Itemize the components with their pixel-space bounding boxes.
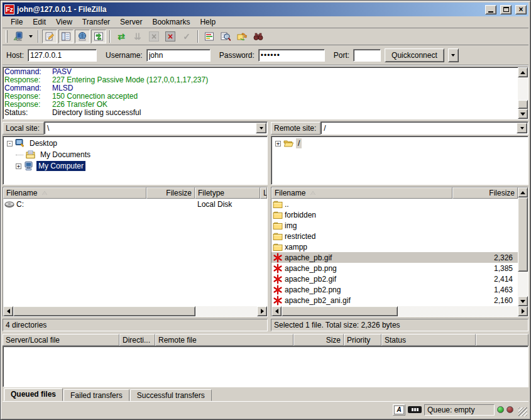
remote-file-row[interactable]: apache_pb2.png1,463	[271, 284, 518, 295]
maximize-button[interactable]	[500, 5, 512, 14]
remote-vertical-scrollbar[interactable]	[518, 187, 528, 306]
scroll-up-button[interactable]	[518, 187, 528, 197]
menu-server[interactable]: Server	[115, 16, 147, 28]
arrow-up-icon	[520, 71, 525, 74]
scroll-left-button[interactable]	[3, 306, 13, 316]
file-name: img	[285, 221, 455, 230]
collapse-expander-icon[interactable]: -	[7, 141, 13, 146]
tree-item-my-documents[interactable]: My Documents	[3, 149, 267, 160]
menu-edit[interactable]: Edit	[28, 16, 51, 28]
tree-item-desktop[interactable]: - Desktop	[3, 138, 267, 149]
scrollbar-thumb[interactable]	[518, 197, 528, 272]
host-input[interactable]	[28, 49, 97, 62]
remote-horizontal-scrollbar[interactable]	[271, 306, 528, 316]
message-log-body: Command:PASV Response:227 Entering Passi…	[3, 67, 518, 119]
remote-file-row[interactable]: restricted	[271, 231, 518, 241]
remote-file-row[interactable]: ..	[271, 199, 518, 209]
data-type-indicator[interactable]: A	[393, 404, 405, 416]
remote-site-dropdown-button[interactable]	[517, 123, 527, 133]
scroll-right-button[interactable]	[518, 306, 528, 316]
cancel-operation-button[interactable]: ×	[146, 30, 161, 43]
expand-expander-icon[interactable]: +	[275, 141, 281, 146]
quickconnect-dropdown-button[interactable]	[448, 48, 459, 62]
tree-item-my-computer[interactable]: + My Computer	[3, 160, 267, 172]
menu-file[interactable]: File	[6, 16, 28, 28]
local-file-row[interactable]: C: Local Disk	[3, 199, 267, 209]
column-header-filename[interactable]: Filename	[271, 187, 452, 199]
filter-icon	[204, 31, 214, 41]
log-vertical-scrollbar[interactable]	[518, 67, 528, 119]
tab-failed-transfers[interactable]: Failed transfers	[63, 389, 129, 401]
column-header-last-modified[interactable]: L	[260, 187, 267, 199]
column-header-filesize[interactable]: Filesize	[452, 187, 518, 199]
scrollbar-thumb[interactable]	[282, 306, 398, 316]
menu-help[interactable]: Help	[195, 16, 221, 28]
scroll-down-button[interactable]	[518, 109, 528, 119]
column-header-filesize[interactable]: Filesize	[146, 187, 195, 199]
site-manager-icon	[13, 31, 23, 41]
host-label: Host:	[6, 51, 24, 60]
toggle-message-log-button[interactable]	[42, 30, 57, 43]
column-header-priority[interactable]: Priority	[344, 334, 381, 346]
directory-comparison-button[interactable]	[218, 30, 233, 43]
resize-grip[interactable]	[518, 407, 527, 416]
queue-list[interactable]	[3, 346, 528, 387]
refresh-button[interactable]: ⇄	[114, 30, 129, 43]
password-input[interactable]	[258, 49, 325, 62]
process-queue-button[interactable]: ⇊	[130, 30, 145, 43]
column-header-server-local-file[interactable]: Server/Local file	[3, 334, 119, 346]
port-input[interactable]	[353, 49, 381, 62]
menu-view[interactable]: View	[51, 16, 77, 28]
remote-file-row-selected[interactable]: apache_pb.gif2,326	[271, 252, 518, 263]
column-header-filename[interactable]: Filename	[3, 187, 146, 199]
synchronized-browsing-button[interactable]	[234, 30, 249, 43]
reconnect-button[interactable]: ✓	[179, 30, 194, 43]
scroll-left-button[interactable]	[271, 306, 282, 316]
toggle-remote-tree-button[interactable]	[75, 30, 90, 43]
tab-queued-files[interactable]: Queued files	[4, 388, 63, 401]
toolbar-gripper[interactable]	[6, 30, 8, 43]
find-files-button[interactable]	[251, 30, 266, 43]
column-header-direction[interactable]: Directi...	[119, 334, 155, 346]
toggle-transfer-queue-button[interactable]	[91, 30, 106, 43]
remote-site-combobox[interactable]: /	[320, 121, 528, 135]
column-header-status[interactable]: Status	[381, 334, 476, 346]
column-header-size[interactable]: Size	[293, 334, 344, 346]
scroll-down-button[interactable]	[518, 296, 528, 306]
local-site-dropdown-button[interactable]	[256, 123, 266, 133]
port-label: Port:	[334, 51, 349, 60]
arrow-down-icon	[520, 113, 525, 116]
toggle-local-tree-button[interactable]	[58, 30, 74, 43]
scrollbar-thumb[interactable]	[13, 306, 195, 316]
remote-directory-tree: + /	[271, 136, 528, 185]
column-header-remote-file[interactable]: Remote file	[155, 334, 293, 346]
remote-file-row[interactable]: apache_pb.png1,385	[271, 263, 518, 274]
scroll-up-button[interactable]	[518, 67, 528, 77]
scrollbar-thumb[interactable]	[518, 100, 528, 109]
column-header-filetype[interactable]: Filetype	[195, 187, 260, 199]
close-button[interactable]: ×	[515, 5, 527, 14]
local-horizontal-scrollbar[interactable]	[3, 306, 267, 316]
remote-site-value: /	[321, 124, 517, 133]
open-site-manager-button[interactable]	[11, 30, 26, 43]
tree-item-root[interactable]: + /	[271, 138, 528, 149]
scroll-right-button[interactable]	[257, 306, 267, 316]
local-site-combobox[interactable]: \	[44, 121, 268, 135]
file-size: 1,463	[455, 285, 518, 294]
remote-file-row[interactable]: apache_pb2_ani.gif2,160	[271, 295, 518, 306]
minimize-button[interactable]	[485, 5, 496, 14]
remote-file-row[interactable]: forbidden	[271, 209, 518, 220]
filter-button[interactable]	[202, 30, 217, 43]
disconnect-button[interactable]: ×	[163, 30, 178, 43]
site-manager-dropdown-button[interactable]	[27, 30, 35, 43]
remote-file-row[interactable]: apache_pb2.gif2,414	[271, 274, 518, 284]
menu-transfer[interactable]: Transfer	[77, 16, 115, 28]
encryption-indicator-icon[interactable]	[408, 406, 422, 413]
expand-expander-icon[interactable]: +	[16, 163, 21, 169]
quickconnect-button[interactable]: Quickconnect	[385, 48, 444, 62]
remote-file-row[interactable]: xampp	[271, 241, 518, 252]
username-input[interactable]	[146, 49, 211, 62]
menu-bookmarks[interactable]: Bookmarks	[147, 16, 195, 28]
remote-file-row[interactable]: img	[271, 220, 518, 231]
tab-successful-transfers[interactable]: Successful transfers	[130, 389, 212, 401]
